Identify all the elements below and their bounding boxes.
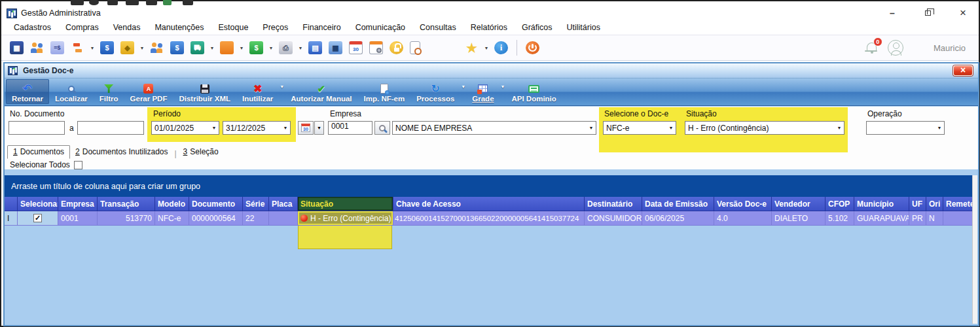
money-icon[interactable]: $ — [249, 41, 263, 54]
col-cfop[interactable]: CFOP — [826, 197, 854, 211]
calendar-config-icon[interactable] — [369, 41, 383, 54]
retornar-button[interactable]: ↶ Retornar — [6, 79, 49, 104]
table-report-icon[interactable]: ▤ — [308, 41, 322, 54]
col-municipio[interactable]: Município — [854, 197, 909, 211]
account-card-icon[interactable]: =$ — [50, 41, 64, 54]
menu-comunicacao[interactable]: Comunicação — [348, 22, 412, 33]
dropdown-arrow-icon[interactable] — [501, 84, 505, 89]
autorizar-manual-button[interactable]: ✔ Autorizar Manual — [285, 79, 357, 104]
close-doc-window-button[interactable] — [953, 65, 973, 76]
shopping-cart-icon[interactable]: ⛟ — [191, 41, 204, 54]
minimize-button[interactable] — [886, 7, 899, 19]
processos-button[interactable]: ↻ Processos — [410, 79, 460, 104]
tab-documentos-inutilizados[interactable]: 2Documentos Inutilizados — [70, 146, 173, 158]
power-icon[interactable] — [526, 41, 539, 54]
dropdown-arrow-icon[interactable] — [461, 84, 465, 89]
group-drop-zone[interactable]: Arraste um título de coluna aqui para cr… — [5, 175, 976, 197]
calendar-picker-button[interactable]: 30 — [298, 121, 314, 135]
menu-precos[interactable]: Preços — [255, 22, 295, 33]
doce-select[interactable]: NFC-e — [603, 121, 676, 135]
vertical-scrollbar[interactable] — [972, 175, 977, 324]
companies-icon[interactable]: ▦ — [10, 41, 24, 54]
imp-nf-em-button[interactable]: Imp. NF-em — [358, 79, 411, 104]
col-data-emissao[interactable]: Data de Emissão — [642, 197, 714, 211]
documento-to-input[interactable] — [77, 121, 144, 135]
dropdown-arrow-icon[interactable] — [139, 46, 145, 50]
lock-icon[interactable] — [390, 41, 403, 54]
col-modelo[interactable]: Modelo — [155, 197, 189, 211]
restore-button[interactable] — [921, 7, 934, 19]
customers-icon[interactable] — [30, 41, 44, 54]
tab-selecao[interactable]: 3Seleção — [178, 146, 224, 158]
row-checkbox[interactable] — [33, 214, 42, 222]
empresa-code-input[interactable]: 0001 — [328, 121, 372, 135]
col-serie[interactable]: Série — [243, 197, 269, 211]
calendar-30-icon[interactable]: 30 — [349, 41, 363, 54]
menu-cadastros[interactable]: Cadastros — [7, 22, 58, 33]
menu-compras[interactable]: Compras — [58, 22, 106, 33]
filtro-button[interactable]: Filtro — [94, 79, 124, 104]
col-placa[interactable]: Placa — [269, 197, 298, 211]
printer-icon[interactable]: ⎙ — [279, 41, 293, 54]
dropdown-arrow-icon[interactable] — [483, 46, 490, 50]
document-search-icon[interactable] — [410, 41, 420, 54]
localizar-button[interactable]: Localizar — [49, 79, 94, 104]
menu-utilitarios[interactable]: Utilitários — [560, 22, 608, 33]
notifications-bell-icon[interactable]: 0 — [864, 40, 881, 56]
dropdown-arrow-icon[interactable] — [238, 46, 245, 50]
col-ori[interactable]: Ori — [926, 197, 943, 211]
menu-manutencoes[interactable]: Manutenções — [147, 22, 211, 33]
menu-financeiro[interactable]: Financeiro — [295, 22, 348, 33]
tab-documentos[interactable]: 1Documentos — [7, 145, 70, 159]
col-versao-doce[interactable]: Versão Doc-e — [714, 197, 772, 211]
seller-icon[interactable] — [150, 41, 164, 54]
favorites-star-icon[interactable]: ★ — [465, 41, 479, 54]
menu-vendas[interactable]: Vendas — [106, 22, 148, 33]
api-dominio-button[interactable]: API Dominio — [505, 79, 562, 104]
table-row[interactable]: I 0001 513770 NFC-e 0000000564 22 H - Er… — [5, 211, 976, 226]
col-situacao[interactable]: Situação — [298, 197, 393, 211]
gerar-pdf-button[interactable]: A Gerar PDF — [124, 79, 173, 104]
menu-consultas[interactable]: Consultas — [412, 22, 463, 33]
inutilizar-button[interactable]: ✖ Inutilizar — [236, 79, 279, 104]
col-documento[interactable]: Documento — [189, 197, 243, 211]
col-remetente[interactable]: Remetente — [943, 197, 976, 211]
notes-icon[interactable] — [220, 41, 234, 54]
dropdown-arrow-icon[interactable] — [280, 84, 284, 89]
dropdown-arrow-icon[interactable] — [89, 46, 96, 50]
col-indicator[interactable] — [5, 197, 18, 211]
dropdown-arrow-icon[interactable] — [268, 46, 274, 50]
calculator-icon[interactable]: ▦ — [329, 41, 342, 54]
tags-icon[interactable]: ◈ — [120, 41, 134, 54]
col-chave-acesso[interactable]: Chave de Acesso — [393, 197, 585, 211]
info-icon[interactable]: i — [494, 41, 508, 54]
operacao-select[interactable] — [866, 121, 945, 135]
close-button[interactable] — [956, 7, 970, 19]
situacao-select[interactable]: H - Erro (Contingência) — [685, 121, 844, 135]
dropdown-arrow-icon[interactable] — [297, 46, 304, 50]
col-selecionar[interactable]: Selecionar — [18, 197, 58, 211]
col-destinatario[interactable]: Destinatário — [585, 197, 642, 211]
col-empresa[interactable]: Empresa — [58, 197, 98, 211]
user-avatar[interactable] — [888, 40, 903, 56]
empresa-search-button[interactable] — [374, 121, 390, 135]
periodo-from-select[interactable]: 01/01/2025 — [151, 121, 219, 135]
distribuir-xml-button[interactable]: Distribuir XML — [173, 79, 236, 104]
col-uf[interactable]: UF — [909, 197, 926, 211]
periodo-to-select[interactable]: 31/12/2025 — [223, 121, 291, 135]
calendar-dropdown-button[interactable]: ▼ — [314, 121, 324, 135]
fiscal-doc-icon[interactable]: $ — [100, 41, 114, 54]
col-transacao[interactable]: Transação — [98, 197, 155, 211]
structure-icon[interactable] — [71, 41, 84, 54]
empresa-name-select[interactable]: NOME DA EMPRESA — [392, 121, 596, 135]
menu-estoque[interactable]: Estoque — [211, 22, 255, 33]
col-vendedor[interactable]: Vendedor — [772, 197, 826, 211]
menu-graficos[interactable]: Gráficos — [515, 22, 560, 33]
documento-from-input[interactable] — [9, 121, 65, 135]
purchase-bag-icon[interactable]: $ — [170, 41, 184, 54]
select-all-checkbox[interactable] — [74, 161, 82, 169]
menu-relatorios[interactable]: Relatórios — [463, 22, 515, 33]
dropdown-arrow-icon[interactable] — [209, 46, 215, 50]
grade-button[interactable]: Grade — [466, 79, 499, 104]
cell-transacao: 513770 — [98, 211, 155, 226]
